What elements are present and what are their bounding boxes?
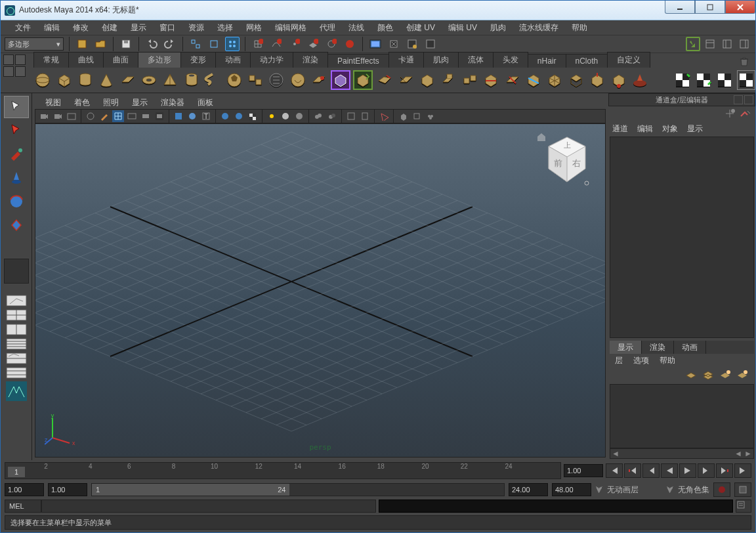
layer-list[interactable]	[610, 384, 754, 448]
show-channel-icon[interactable]	[737, 37, 751, 51]
view-menu-item[interactable]: 渲染器	[154, 96, 191, 110]
shelf-tab[interactable]: PaintEffects	[327, 54, 389, 68]
shelf-tab[interactable]: 曲面	[103, 52, 138, 68]
shelf-tab[interactable]: 流体	[458, 52, 494, 68]
two-pane-v-icon[interactable]	[4, 337, 29, 351]
prefs-icon[interactable]	[734, 482, 751, 497]
shelf-tab[interactable]: nHair	[528, 54, 566, 68]
open-scene-icon[interactable]	[93, 37, 108, 51]
layer-scrollbar[interactable]: ◄ ◄ ►	[610, 448, 754, 459]
paint-tool-icon[interactable]	[4, 143, 29, 165]
snap-live-icon[interactable]	[324, 37, 339, 51]
torus-prim-icon[interactable]	[140, 70, 158, 90]
platonic-prim-icon[interactable]	[246, 70, 264, 90]
menu-item[interactable]: 创建	[95, 21, 124, 35]
uv-sphere-icon[interactable]	[694, 70, 713, 90]
menu-item[interactable]: 编辑	[37, 21, 66, 35]
undo-icon[interactable]	[144, 37, 159, 51]
range-end[interactable]: 48.00	[552, 483, 591, 496]
time-current[interactable]: 1	[8, 467, 25, 477]
viewport-3d[interactable]: 上 前 右 y x z	[35, 123, 606, 458]
shelf-tab[interactable]: 渲染	[293, 52, 328, 68]
cmd-lang-label[interactable]: MEL	[5, 500, 41, 513]
vp-xray-icon[interactable]	[280, 110, 291, 122]
play-start[interactable]: 1.00	[48, 483, 87, 496]
vp-shaded-icon[interactable]	[186, 110, 198, 122]
layer-up-icon[interactable]	[736, 369, 749, 383]
show-tool-icon[interactable]	[720, 37, 734, 51]
vp-effects1-icon[interactable]	[345, 110, 357, 122]
layer-tab[interactable]: 显示	[610, 341, 642, 354]
snap-curve-icon[interactable]	[269, 37, 284, 51]
uv-editor-icon[interactable]	[737, 70, 755, 90]
charset-dropdown[interactable]: 无角色集	[678, 483, 709, 496]
vp-image-plane-icon[interactable]	[66, 110, 77, 122]
channel-key-icon[interactable]	[740, 108, 751, 121]
vp-renderer1-icon[interactable]	[397, 110, 409, 122]
extract-icon[interactable]	[375, 70, 394, 90]
single-pane-icon[interactable]	[4, 294, 29, 307]
vp-res-gate-icon[interactable]	[140, 110, 152, 122]
select-tool-icon[interactable]	[4, 96, 29, 118]
range-slider[interactable]: 1.00 1.00 124 24.00 48.00 ⮟ 无动画层 ⮟ 无角色集	[1, 481, 755, 498]
show-attr-icon[interactable]	[703, 37, 717, 51]
pipe-prim-icon[interactable]	[182, 70, 201, 90]
view-menu-item[interactable]: 视图	[39, 96, 68, 110]
outliner-pane-icon[interactable]	[4, 366, 29, 379]
vp-gate-mask-icon[interactable]	[154, 110, 165, 122]
layer-new2-icon[interactable]	[702, 369, 715, 383]
snap-plane-icon[interactable]	[306, 37, 320, 51]
cmd-input[interactable]	[41, 500, 376, 513]
menu-item[interactable]: 颜色	[371, 21, 400, 35]
combine-icon[interactable]	[331, 70, 350, 90]
sel-hierarchy-icon[interactable]	[188, 37, 203, 51]
two-pane-h-icon[interactable]	[4, 323, 29, 336]
menuset-dropdown[interactable]: 多边形▾	[5, 37, 64, 51]
vp-depth-icon[interactable]	[378, 110, 390, 122]
panel-close-icon[interactable]	[744, 95, 753, 104]
shelf-tab[interactable]: 卡通	[388, 52, 424, 68]
channel-tab[interactable]: 显示	[687, 123, 703, 135]
step-fwd-icon[interactable]	[698, 463, 715, 478]
cone-prim-icon[interactable]	[97, 70, 116, 90]
autokey-icon[interactable]	[713, 482, 730, 497]
append-icon[interactable]	[482, 70, 500, 90]
menu-item[interactable]: 代理	[313, 21, 342, 35]
shelf-tab[interactable]: 常规	[33, 52, 69, 68]
snap-off-icon[interactable]	[343, 37, 357, 51]
maximize-button[interactable]	[695, 1, 725, 14]
view-menu-item[interactable]: 照明	[96, 96, 125, 110]
new-scene-icon[interactable]	[75, 37, 89, 51]
menu-item[interactable]: 流水线缓存	[513, 21, 565, 35]
step-back-key-icon[interactable]	[624, 463, 641, 478]
range-bar[interactable]: 124	[92, 484, 289, 496]
channel-tab[interactable]: 通道	[612, 123, 628, 135]
menu-item[interactable]: 肌肉	[484, 21, 513, 35]
shelf-tab[interactable]: 动画	[215, 52, 251, 68]
layer-tab[interactable]: 渲染	[642, 341, 674, 354]
uv-cyl-icon[interactable]	[673, 70, 692, 90]
three-pane-icon[interactable]	[4, 352, 29, 365]
separate-icon[interactable]	[353, 70, 373, 90]
view-menu-item[interactable]: 显示	[125, 96, 154, 110]
four-pane-icon[interactable]	[4, 309, 29, 322]
view-menu-item[interactable]: 面板	[191, 96, 220, 110]
cube-prim-icon[interactable]	[54, 70, 73, 90]
sculpt-icon[interactable]	[631, 70, 649, 90]
wedge-icon[interactable]	[567, 70, 585, 90]
menu-item[interactable]: 资源	[182, 21, 211, 35]
shelf-tab[interactable]: 变形	[180, 52, 216, 68]
uv-planar-icon[interactable]	[652, 70, 670, 90]
vp-wireframe-icon[interactable]	[173, 110, 184, 122]
save-scene-icon[interactable]	[119, 37, 133, 51]
shelf-tab[interactable]: 动力学	[250, 52, 293, 68]
insert-edge-icon[interactable]	[524, 70, 543, 90]
prism-prim-icon[interactable]	[267, 70, 285, 90]
vp-select-cam-icon[interactable]	[38, 110, 50, 122]
shelf-tab[interactable]: 肌肉	[423, 52, 459, 68]
vp-xray-j-icon[interactable]	[293, 110, 305, 122]
layer-new-icon[interactable]	[684, 369, 698, 383]
last-tool-slot[interactable]	[4, 259, 29, 284]
channel-tab[interactable]: 编辑	[637, 123, 653, 135]
uv-auto-icon[interactable]	[715, 70, 734, 90]
